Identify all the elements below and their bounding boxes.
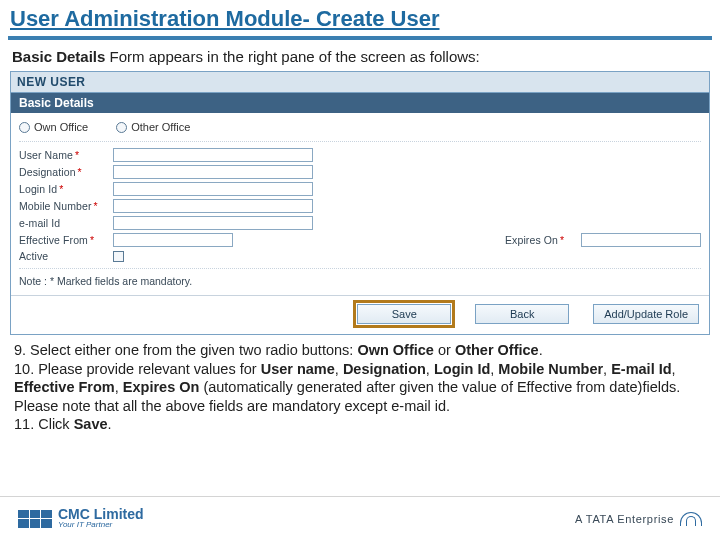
row-mobile: Mobile Number*	[19, 199, 701, 213]
intro-rest: Form appears in the right pane of the sc…	[105, 48, 479, 65]
intro-text: Basic Details Form appears in the right …	[0, 48, 720, 71]
label-login-id: Login Id*	[19, 183, 107, 195]
tata-logo-icon	[680, 512, 702, 526]
tata-text: A TATA Enterprise	[575, 513, 674, 525]
new-user-form: NEW USER Basic Details Own Office Other …	[10, 71, 710, 335]
row-active: Active	[19, 250, 701, 262]
label-effective-from: Effective From*	[19, 234, 107, 246]
intro-bold: Basic Details	[12, 48, 105, 65]
cmc-mark-icon	[18, 510, 52, 528]
add-update-role-button[interactable]: Add/Update Role	[593, 304, 699, 324]
row-user-name: User Name*	[19, 148, 701, 162]
label-user-name: User Name*	[19, 149, 107, 161]
radio-other-office[interactable]: Other Office	[116, 121, 190, 133]
row-designation: Designation*	[19, 165, 701, 179]
input-mobile[interactable]	[113, 199, 313, 213]
cmc-name: CMC Limited	[58, 508, 144, 521]
mandatory-note: Note : * Marked fields are mandatory.	[19, 268, 701, 289]
row-email: e-mail Id	[19, 216, 701, 230]
input-login-id[interactable]	[113, 182, 313, 196]
input-designation[interactable]	[113, 165, 313, 179]
button-row: Save Back Add/Update Role	[11, 295, 709, 334]
form-header: NEW USER	[11, 72, 709, 93]
radio-icon	[116, 122, 127, 133]
label-mobile: Mobile Number*	[19, 200, 107, 212]
tata-enterprise: A TATA Enterprise	[575, 512, 702, 526]
input-expires-on[interactable]	[581, 233, 701, 247]
row-login-id: Login Id*	[19, 182, 701, 196]
input-email[interactable]	[113, 216, 313, 230]
radio-other-office-label: Other Office	[131, 121, 190, 133]
cmc-logo: CMC Limited Your IT Partner	[18, 508, 144, 530]
input-user-name[interactable]	[113, 148, 313, 162]
save-button[interactable]: Save	[357, 304, 451, 324]
radio-icon	[19, 122, 30, 133]
row-dates: Effective From* Expires On*	[19, 233, 701, 247]
section-basic-details: Basic Details	[11, 93, 709, 113]
slide-title: User Administration Module- Create User	[0, 0, 720, 34]
instruction-text: 9. Select either one from the given two …	[0, 335, 720, 434]
input-effective-from[interactable]	[113, 233, 233, 247]
form-body: Own Office Other Office User Name* Desig…	[11, 113, 709, 295]
slide-footer: CMC Limited Your IT Partner A TATA Enter…	[0, 496, 720, 540]
label-expires-on: Expires On*	[505, 234, 575, 246]
office-radio-group: Own Office Other Office	[19, 117, 701, 142]
title-rule	[8, 36, 712, 40]
label-email: e-mail Id	[19, 217, 107, 229]
label-designation: Designation*	[19, 166, 107, 178]
radio-own-office-label: Own Office	[34, 121, 88, 133]
checkbox-active[interactable]	[113, 251, 124, 262]
back-button[interactable]: Back	[475, 304, 569, 324]
label-active: Active	[19, 250, 107, 262]
radio-own-office[interactable]: Own Office	[19, 121, 88, 133]
